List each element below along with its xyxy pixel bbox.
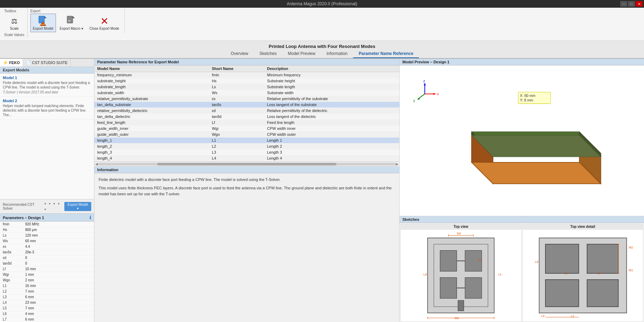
horizontal-scrollbar[interactable]: ◀ ▶	[94, 161, 399, 166]
param-table-row[interactable]: relative_permittivity_substrate εs Relat…	[94, 96, 399, 102]
svg-text:S4: S4	[457, 231, 461, 235]
params-title: Parameters – Design 1	[3, 216, 44, 220]
toolbox-label: Toolbox	[4, 9, 16, 13]
param-row-name: L1	[3, 284, 24, 288]
close-button[interactable]: ✕	[636, 1, 643, 7]
svg-text:z: z	[423, 79, 425, 83]
param-row[interactable]: εs 4.4	[0, 244, 94, 250]
param-table-row[interactable]: length_4 L4 Length 4	[94, 155, 399, 161]
center-panel: Parameter Name Reference for Export Mode…	[94, 59, 399, 322]
info-para-2: This model uses finite thickness PEC lay…	[99, 185, 395, 197]
svg-text:L9: L9	[541, 314, 545, 318]
antenna-title: Printed Loop Antenna with Four Resonant …	[269, 42, 375, 50]
param-row[interactable]: L6 4 mm	[0, 311, 94, 317]
window-controls[interactable]: ─ □ ✕	[620, 1, 643, 7]
param-row[interactable]: Wgo 2 mm	[0, 278, 94, 283]
param-row-name: Wgo	[3, 278, 24, 282]
tab-model-preview[interactable]: Model Preview	[282, 50, 321, 58]
param-row-value: 0	[25, 256, 27, 260]
param-table-row[interactable]: relative_permittivity_dielectric εd Rela…	[94, 108, 399, 114]
feko-icon: ⚡	[3, 60, 8, 65]
param-description: Substrate width	[264, 90, 399, 96]
param-row-name: L2	[3, 289, 24, 293]
param-table-row[interactable]: frequency_minimum fmin Minimum frequency	[94, 72, 399, 78]
params-info-icon: ℹ	[90, 215, 91, 220]
param-table-wrapper[interactable]: Model Name Short Name Description freque…	[94, 65, 399, 161]
param-row-value: 1 mm	[25, 273, 34, 276]
tab-sketches[interactable]: Sketches	[254, 50, 282, 58]
params-list: fmin 920 MHz Hs 800 μm Ls 120 mm Ws 60 m…	[0, 222, 94, 322]
param-row[interactable]: L7 6 mm	[0, 317, 94, 322]
minimize-button[interactable]: ─	[620, 1, 627, 7]
param-row-name: εs	[3, 245, 24, 248]
param-description: Feed line length	[264, 120, 399, 126]
cst-icon: 📄	[26, 60, 31, 65]
param-row[interactable]: Hs 800 μm	[0, 227, 94, 233]
model-item-1[interactable]: Model 1 Finite dielectric model with a d…	[0, 74, 94, 97]
param-row-value: 120 mm	[25, 233, 38, 237]
param-row-name: Lf	[3, 267, 24, 271]
param-table-row[interactable]: substrate_height Hs Substrate height	[94, 78, 399, 84]
export-model-button[interactable]: Export Model	[30, 14, 56, 32]
param-table-row[interactable]: tan_delta_substrate tanδs Loss tangent o…	[94, 102, 399, 108]
feko-tab[interactable]: ⚡ FEKO	[0, 59, 23, 66]
param-model-name: relative_permittivity_dielectric	[94, 108, 209, 114]
param-row[interactable]: εd 0	[0, 255, 94, 261]
param-table-row[interactable]: length_3 L3 Length 3	[94, 149, 399, 155]
param-row[interactable]: Lf 10 mm	[0, 266, 94, 272]
scrollbar-thumb[interactable]	[157, 163, 336, 166]
param-table-row[interactable]: length_1 L1 Length 1	[94, 138, 399, 144]
param-description: CPW width outer	[264, 132, 399, 138]
param-table-row[interactable]: length_2 L2 Length 2	[94, 144, 399, 149]
param-table-row[interactable]: guide_width_inner Wgi CPW width inner	[94, 126, 399, 132]
svg-text:Ld: Ld	[423, 273, 427, 276]
scale-icon: ⚖	[9, 15, 20, 27]
svg-rect-52	[545, 244, 579, 273]
param-row[interactable]: Wgi 1 mm	[0, 272, 94, 278]
param-row-value: 800 μm	[25, 228, 37, 232]
param-row-value: 16 mm	[25, 284, 36, 288]
model-preview-section: Model Preview – Design 1 x z	[400, 59, 644, 216]
param-row[interactable]: L5 7 mm	[0, 306, 94, 311]
param-description: Loss tangent of the dielectric	[264, 114, 399, 120]
param-short-name: Ls	[209, 84, 264, 90]
svg-text:x: x	[437, 92, 439, 96]
param-row[interactable]: L1 16 mm	[0, 283, 94, 289]
param-description: Length 2	[264, 144, 399, 149]
param-row[interactable]: Ws 60 mm	[0, 238, 94, 244]
param-table-row[interactable]: guide_width_outer Wgo CPW width outer	[94, 132, 399, 138]
tab-overview[interactable]: Overview	[225, 50, 254, 58]
param-row[interactable]: L3 6 mm	[0, 294, 94, 300]
info-section: Information Finite dielectric model with…	[94, 167, 399, 322]
cst-tab[interactable]: 📄 CST STUDIO SUITE	[23, 59, 71, 66]
recommended-solver: Recommended CST Solver • • • • • Export …	[0, 199, 94, 214]
param-row[interactable]: L4 23 mm	[0, 300, 94, 306]
model-item-2[interactable]: Model 2 Helper model with lumped matchin…	[0, 97, 94, 120]
param-ref-header: Parameter Name Reference for Export Mode…	[94, 59, 399, 65]
scrollbar-track[interactable]	[98, 163, 396, 166]
param-table-row[interactable]: tan_delta_dielectric tanδd Loss tangent …	[94, 114, 399, 120]
scale-label: Scale	[10, 27, 19, 30]
param-table-row[interactable]: substrate_width Ws Substrate width	[94, 90, 399, 96]
tab-information[interactable]: Information	[321, 50, 353, 58]
param-table-row[interactable]: substrate_length Ls Substrate length	[94, 84, 399, 90]
scale-button[interactable]: ⚖ Scale	[6, 14, 23, 32]
export-model-btn[interactable]: Export Model ▾	[64, 202, 91, 211]
toolbar-section-export: Export Export Model	[28, 8, 125, 33]
param-row-name: fmin	[3, 222, 24, 226]
close-export-button[interactable]: ✕ Close Export Mode	[87, 14, 122, 32]
param-model-name: tan_delta_substrate	[94, 102, 209, 108]
col-description: Description	[264, 65, 399, 72]
tab-parameter-name-reference[interactable]: Parameter Name Reference	[353, 50, 419, 58]
maximize-button[interactable]: □	[628, 1, 635, 7]
param-row[interactable]: tanδs 20e-3	[0, 250, 94, 255]
param-row[interactable]: tanδd 0	[0, 261, 94, 266]
param-table-row[interactable]: feed_line_length Lf Feed line length	[94, 120, 399, 126]
param-row[interactable]: Ls 120 mm	[0, 233, 94, 238]
param-row[interactable]: fmin 920 MHz	[0, 222, 94, 227]
param-row-value: 23 mm	[25, 301, 36, 304]
param-short-name: L2	[209, 144, 264, 149]
export-macro-button[interactable]: M Export Macro ▾	[57, 14, 86, 32]
svg-text:L6: L6	[597, 271, 601, 275]
param-row[interactable]: L2 7 mm	[0, 289, 94, 294]
